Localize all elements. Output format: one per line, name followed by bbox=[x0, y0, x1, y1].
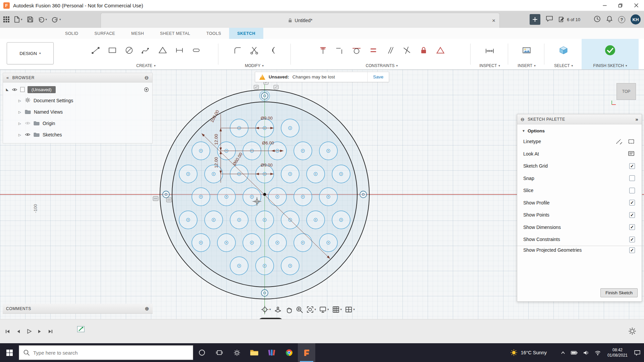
restore-button[interactable] bbox=[612, 0, 628, 11]
close-button[interactable] bbox=[628, 0, 644, 11]
fusion360-taskbar-button[interactable] bbox=[298, 343, 315, 362]
insert-image-tool[interactable] bbox=[520, 44, 533, 57]
grid-layout-button[interactable]: ▾ bbox=[332, 306, 342, 313]
viewports-button[interactable]: ▾ bbox=[345, 306, 355, 313]
browser-minus-icon[interactable]: ⊖ bbox=[145, 75, 149, 81]
weather-widget[interactable]: 16°C Sunny bbox=[510, 349, 547, 356]
trim-tool[interactable] bbox=[248, 44, 261, 57]
fit-button[interactable]: ▾ bbox=[306, 306, 316, 313]
collapse-panel-icon[interactable]: « bbox=[6, 75, 9, 80]
minimize-button[interactable] bbox=[597, 0, 612, 11]
polygon-constraint-tool[interactable] bbox=[434, 44, 447, 57]
tab-close-icon[interactable]: × bbox=[492, 18, 495, 23]
play-button[interactable] bbox=[26, 328, 32, 334]
look-at-button[interactable] bbox=[274, 306, 282, 313]
browser-header[interactable]: « BROWSER ⊖ bbox=[3, 73, 152, 82]
checkbox-sketch-grid[interactable]: ✓ bbox=[629, 163, 635, 169]
job-status[interactable]: 6 of 10 bbox=[558, 16, 580, 23]
root-document-label[interactable]: (Unsaved) bbox=[28, 86, 56, 93]
zoom-button[interactable] bbox=[296, 306, 303, 313]
active-document-radio-icon[interactable] bbox=[144, 87, 149, 92]
fillet-tool[interactable] bbox=[231, 44, 244, 57]
parallel-constraint-tool[interactable] bbox=[383, 44, 397, 57]
measure-tool[interactable] bbox=[483, 44, 496, 57]
ribbon-tab-mesh[interactable]: MESH bbox=[123, 28, 152, 39]
new-tab-button[interactable] bbox=[530, 14, 540, 25]
bell-icon[interactable] bbox=[606, 15, 613, 24]
document-tab[interactable]: Untitled* × bbox=[101, 13, 500, 28]
pan-button[interactable] bbox=[285, 306, 292, 313]
start-button[interactable] bbox=[0, 343, 19, 362]
action-center-icon[interactable] bbox=[634, 350, 641, 356]
browser-root-item[interactable]: ◢ (Unsaved) bbox=[3, 84, 152, 95]
ribbon-tab-solid[interactable]: SOLID bbox=[57, 28, 87, 39]
step-forward-button[interactable] bbox=[37, 329, 42, 334]
app-launcher-button[interactable] bbox=[3, 16, 9, 22]
circle-tool[interactable] bbox=[122, 44, 136, 57]
ribbon-tab-surface[interactable]: SURFACE bbox=[87, 28, 123, 39]
linetype-icons[interactable] bbox=[615, 138, 635, 145]
perpendicular-constraint-tool[interactable] bbox=[400, 44, 414, 57]
finish-sketch-button[interactable] bbox=[603, 44, 617, 57]
dimension-tool[interactable] bbox=[173, 44, 186, 57]
taskbar-search[interactable] bbox=[19, 345, 193, 360]
palette-options-section[interactable]: ▼ Options bbox=[517, 124, 642, 135]
expand-arrow-icon[interactable]: ▷ bbox=[18, 110, 22, 114]
checkbox-show-profile[interactable]: ✓ bbox=[629, 200, 635, 205]
palette-header[interactable]: ⊖ SKETCH PALETTE » bbox=[517, 114, 642, 124]
hidden-icons-chevron[interactable] bbox=[560, 350, 566, 355]
file-menu-button[interactable]: ▾ bbox=[14, 16, 22, 23]
line-tool[interactable] bbox=[89, 44, 102, 57]
fix-constraint-tool[interactable] bbox=[417, 44, 430, 57]
settings-taskbar-icon[interactable] bbox=[228, 343, 246, 362]
timeline-sketch-feature[interactable] bbox=[76, 325, 85, 334]
file-explorer-button[interactable] bbox=[246, 343, 263, 362]
tangent-constraint-tool[interactable] bbox=[350, 44, 363, 57]
step-back-button[interactable] bbox=[16, 329, 21, 334]
slot-tool[interactable] bbox=[190, 44, 203, 57]
spline-tool[interactable] bbox=[139, 44, 153, 57]
ribbon-tab-sheet-metal[interactable]: SHEET METAL bbox=[152, 28, 198, 39]
pan-orbit-button[interactable]: ▾ bbox=[261, 306, 271, 313]
save-link[interactable]: Save bbox=[367, 72, 389, 82]
expand-arrow-icon[interactable]: ▷ bbox=[18, 133, 22, 137]
checkbox-snap[interactable] bbox=[629, 175, 635, 181]
palette-collapse-icon[interactable]: » bbox=[635, 116, 638, 122]
comments-header[interactable]: COMMENTS ⊕ bbox=[3, 304, 153, 314]
finish-sketch-group-label[interactable]: FINISH SKETCH▾ bbox=[582, 63, 639, 68]
battery-icon[interactable] bbox=[571, 350, 578, 356]
insert-group-label[interactable]: INSERT▾ bbox=[513, 63, 540, 68]
search-input[interactable] bbox=[19, 350, 193, 356]
expand-arrow-icon[interactable]: ▷ bbox=[18, 122, 22, 125]
visibility-eye-icon[interactable] bbox=[25, 121, 31, 126]
chrome-button[interactable] bbox=[280, 343, 298, 362]
expand-arrow-icon[interactable]: ▷ bbox=[18, 99, 22, 103]
modify-group-label[interactable]: MODIFY▾ bbox=[224, 63, 284, 68]
help-icon[interactable]: ? bbox=[618, 16, 625, 23]
volume-icon[interactable] bbox=[583, 350, 589, 356]
undo-button[interactable]: ▾ bbox=[38, 16, 47, 23]
checkbox-slice[interactable] bbox=[629, 188, 635, 193]
checkbox-show-constraints[interactable]: ✓ bbox=[629, 237, 635, 242]
browser-item-named-views[interactable]: ▷Named Views bbox=[3, 106, 152, 118]
network-icon[interactable] bbox=[594, 350, 601, 356]
skip-to-end-button[interactable] bbox=[47, 329, 53, 334]
comments-add-icon[interactable]: ⊕ bbox=[145, 306, 149, 312]
task-view-button[interactable] bbox=[211, 343, 228, 362]
finish-sketch-palette-button[interactable]: Finish Sketch bbox=[600, 288, 638, 297]
inspect-group-label[interactable]: INSPECT▾ bbox=[476, 63, 504, 68]
notifications-clock-icon[interactable] bbox=[594, 15, 601, 24]
offset-tool[interactable] bbox=[264, 44, 278, 57]
collapse-tree-icon[interactable]: ◢ bbox=[6, 88, 9, 91]
winrar-button[interactable] bbox=[263, 343, 280, 362]
browser-item-document-settings[interactable]: ▷Document Settings bbox=[3, 95, 152, 106]
comments-bubble-icon[interactable] bbox=[546, 15, 553, 23]
ribbon-tab-sketch[interactable]: SKETCH bbox=[229, 28, 263, 39]
rectangle-tool[interactable] bbox=[106, 44, 119, 57]
ribbon-tab-tools[interactable]: TOOLS bbox=[198, 28, 229, 39]
skip-to-start-button[interactable] bbox=[5, 329, 11, 334]
taskbar-clock[interactable]: 08:42 01/08/2021 bbox=[607, 347, 628, 358]
visibility-eye-icon[interactable] bbox=[12, 88, 17, 92]
workspace-selector[interactable]: DESIGN▾ bbox=[7, 42, 54, 64]
timeline-settings-gear-icon[interactable] bbox=[628, 327, 637, 336]
